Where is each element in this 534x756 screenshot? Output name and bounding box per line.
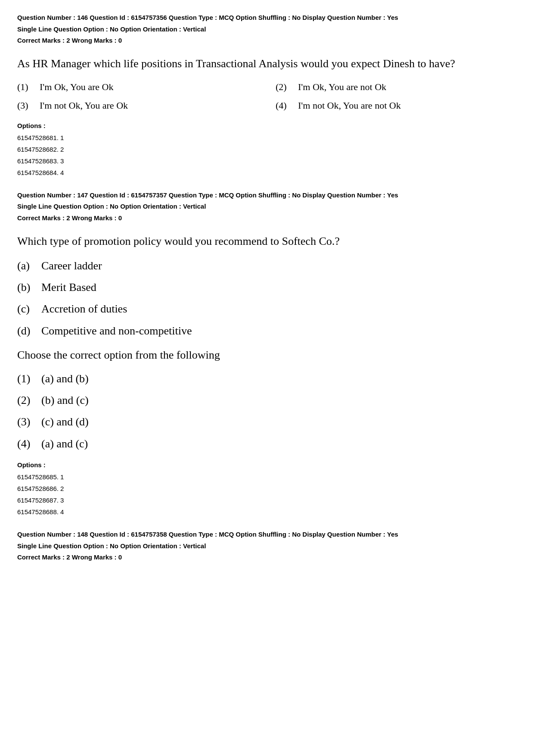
q147-correct-marks: Correct Marks : 2 Wrong Marks : 0 [17,213,517,222]
q147-answer-3-text: (c) and (d) [41,414,89,430]
question-148: Question Number : 148 Question Id : 6154… [17,530,517,562]
q147-options-label: Options : [17,460,517,469]
q147-answer-2: (2) (b) and (c) [17,393,517,408]
q147-option-d: (d) Competitive and non-competitive [17,323,517,339]
q147-options-section: Options : 61547528685. 1 61547528686. 2 … [17,460,517,518]
q146-option-1-label: (1) [17,81,33,94]
q147-option-b: (b) Merit Based [17,280,517,295]
q146-option-2: (2) I'm Ok, You are not Ok [276,81,517,94]
q147-answer-options: (1) (a) and (b) (2) (b) and (c) (3) (c) … [17,371,517,452]
q146-option-4-label: (4) [276,99,291,112]
q146-options-label: Options : [17,121,517,130]
q147-meta-line1: Question Number : 147 Question Id : 6154… [17,191,517,200]
q147-option-c-text: Accretion of duties [41,301,127,317]
q147-option-a: (a) Career ladder [17,258,517,274]
q147-code-4: 61547528688. 4 [17,506,517,518]
question-146: Question Number : 146 Question Id : 6154… [17,13,517,178]
q147-code-2: 61547528686. 2 [17,483,517,494]
q146-code-1: 61547528681. 1 [17,132,517,144]
q146-option-2-label: (2) [276,81,291,94]
q146-option-3-label: (3) [17,99,33,112]
q148-correct-marks: Correct Marks : 2 Wrong Marks : 0 [17,553,517,562]
q147-option-c: (c) Accretion of duties [17,301,517,317]
q146-code-4: 61547528684. 4 [17,167,517,178]
q146-meta-line1: Question Number : 146 Question Id : 6154… [17,13,517,23]
q146-options-section: Options : 61547528681. 1 61547528682. 2 … [17,121,517,178]
q146-option-3-text: I'm not Ok, You are Ok [40,99,128,112]
q146-options-codes: 61547528681. 1 61547528682. 2 6154752868… [17,132,517,178]
q146-correct-marks: Correct Marks : 2 Wrong Marks : 0 [17,36,517,45]
q147-option-a-text: Career ladder [41,258,102,274]
q147-code-3: 61547528687. 3 [17,494,517,506]
q146-meta-line2: Single Line Question Option : No Option … [17,25,517,34]
q147-meta-line2: Single Line Question Option : No Option … [17,202,517,212]
q147-answer-2-text: (b) and (c) [41,393,89,408]
q147-answer-4: (4) (a) and (c) [17,436,517,452]
q147-answer-2-label: (2) [17,393,33,408]
q147-option-b-text: Merit Based [41,280,96,295]
q147-code-1: 61547528685. 1 [17,471,517,483]
q147-answer-3: (3) (c) and (d) [17,414,517,430]
q147-answer-1: (1) (a) and (b) [17,371,517,387]
question-147: Question Number : 147 Question Id : 6154… [17,191,517,518]
q147-answer-1-label: (1) [17,371,33,387]
q147-answer-4-label: (4) [17,436,33,452]
q146-option-4: (4) I'm not Ok, You are not Ok [276,99,517,112]
q148-meta-line1: Question Number : 148 Question Id : 6154… [17,530,517,540]
q147-options-codes: 61547528685. 1 61547528686. 2 6154752868… [17,471,517,518]
q147-answer-4-text: (a) and (c) [41,436,88,452]
q147-options-vertical: (a) Career ladder (b) Merit Based (c) Ac… [17,258,517,339]
q147-option-c-label: (c) [17,301,33,317]
q147-answer-1-text: (a) and (b) [41,371,89,387]
q146-option-4-text: I'm not Ok, You are not Ok [298,99,401,112]
q148-meta-line2: Single Line Question Option : No Option … [17,541,517,551]
q146-option-3: (3) I'm not Ok, You are Ok [17,99,258,112]
q147-option-d-text: Competitive and non-competitive [41,323,192,339]
q146-question-text: As HR Manager which life positions in Tr… [17,55,517,72]
q147-option-b-label: (b) [17,280,33,295]
q147-answer-3-label: (3) [17,414,33,430]
q147-option-a-label: (a) [17,258,33,274]
q147-option-d-label: (d) [17,323,33,339]
q146-option-1: (1) I'm Ok, You are Ok [17,81,258,94]
q146-code-3: 61547528683. 3 [17,155,517,167]
q146-code-2: 61547528682. 2 [17,144,517,155]
q147-question-text: Which type of promotion policy would you… [17,233,517,250]
q146-options-grid: (1) I'm Ok, You are Ok (2) I'm Ok, You a… [17,81,517,112]
q146-option-1-text: I'm Ok, You are Ok [40,81,113,94]
q147-choose-text: Choose the correct option from the follo… [17,347,517,363]
q146-option-2-text: I'm Ok, You are not Ok [298,81,386,94]
